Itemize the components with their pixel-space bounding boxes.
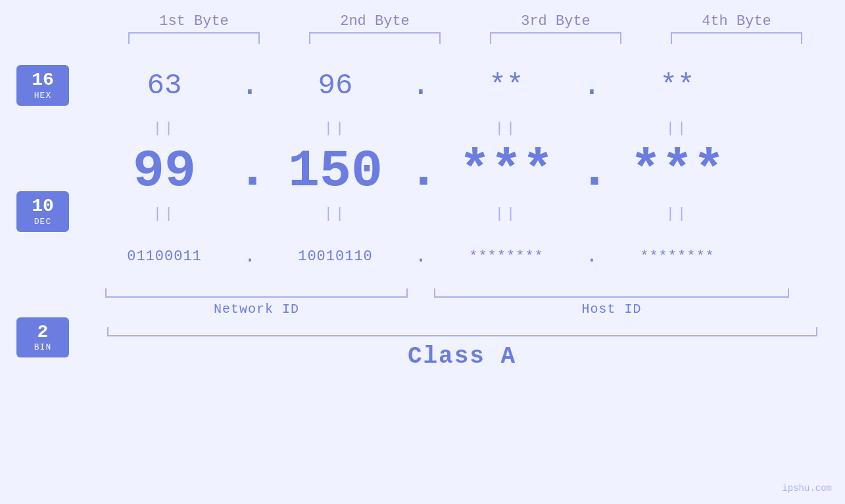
eq2-b2: || — [263, 206, 408, 222]
eq2-b1: || — [92, 206, 237, 222]
dec-badge-label: DEC — [19, 217, 66, 227]
hex-row: 63 . 96 . ** . ** — [92, 56, 832, 115]
hex-b4: ** — [605, 69, 750, 102]
bracket-byte1 — [128, 32, 260, 44]
dec-badge-num: 10 — [19, 196, 66, 217]
hex-badge-label: HEX — [19, 91, 66, 101]
bracket-byte2 — [309, 32, 441, 44]
equals-row-2: || || || || — [92, 200, 832, 227]
bracket-byte4 — [671, 32, 802, 44]
dec-row: 99 . 150 . *** . *** — [92, 141, 832, 200]
badges-column: 16 HEX 10 DEC 2 BIN — [0, 49, 85, 504]
dec-b3: *** — [434, 141, 579, 201]
bin-dot1: . — [237, 246, 263, 266]
eq2-b4: || — [605, 206, 750, 222]
class-label: Class A — [408, 343, 516, 370]
byte3-header: 3rd Byte — [483, 13, 628, 30]
network-bracket-line — [105, 288, 408, 298]
top-brackets — [104, 32, 827, 44]
bin-b2: 10010110 — [263, 248, 408, 265]
dec-b4: *** — [605, 141, 750, 201]
hex-dot1: . — [237, 70, 263, 101]
hex-b1: 63 — [92, 69, 237, 102]
bin-badge-num: 2 — [19, 323, 66, 343]
network-id-label: Network ID — [214, 302, 299, 317]
eq1-b4: || — [605, 120, 750, 137]
byte1-header: 1st Byte — [122, 13, 266, 30]
dec-badge: 10 DEC — [16, 191, 69, 232]
hex-dot2: . — [408, 70, 434, 101]
byte4-header: 4th Byte — [664, 13, 809, 30]
main-container: 1st Byte 2nd Byte 3rd Byte 4th Byte 16 H… — [0, 0, 845, 504]
byte-headers: 1st Byte 2nd Byte 3rd Byte 4th Byte — [104, 13, 827, 30]
bin-dot2: . — [408, 246, 434, 266]
class-area: Class A — [92, 327, 832, 370]
eq1-b2: || — [263, 120, 408, 137]
hex-b3: ** — [434, 69, 579, 102]
dec-dot1: . — [237, 145, 263, 197]
eq2-b3: || — [434, 206, 579, 222]
bin-b3: ******** — [434, 248, 579, 265]
class-bracket-line — [107, 327, 817, 336]
byte2-header: 2nd Byte — [302, 13, 447, 30]
bottom-labels-area: Network ID Host ID — [92, 288, 832, 317]
hex-dot3: . — [579, 70, 605, 101]
rows-area: 63 . 96 . ** . ** || || || || 99 — [92, 49, 832, 504]
dec-dot2: . — [408, 145, 434, 197]
bin-b4: ******** — [605, 248, 750, 265]
bin-badge-label: BIN — [19, 342, 66, 352]
host-id-label: Host ID — [581, 302, 641, 317]
bin-b1: 01100011 — [92, 248, 237, 265]
eq1-b1: || — [92, 120, 237, 137]
bin-badge: 2 BIN — [16, 317, 69, 358]
hex-badge: 16 HEX — [16, 65, 69, 106]
network-id-bracket: Network ID — [92, 288, 421, 317]
bin-dot3: . — [579, 246, 605, 266]
equals-row-1: || || || || — [92, 115, 832, 141]
watermark: ipshu.com — [782, 483, 832, 493]
hex-badge-num: 16 — [19, 70, 66, 91]
host-bracket-line — [434, 288, 789, 298]
eq1-b3: || — [434, 120, 579, 137]
dec-b1: 99 — [92, 141, 237, 201]
dec-b2: 150 — [263, 141, 408, 201]
bin-row: 01100011 . 10010110 . ******** . *******… — [92, 227, 832, 286]
bracket-byte3 — [490, 32, 621, 44]
dec-dot3: . — [579, 145, 605, 197]
hex-b2: 96 — [263, 69, 408, 102]
host-id-bracket: Host ID — [421, 288, 802, 317]
